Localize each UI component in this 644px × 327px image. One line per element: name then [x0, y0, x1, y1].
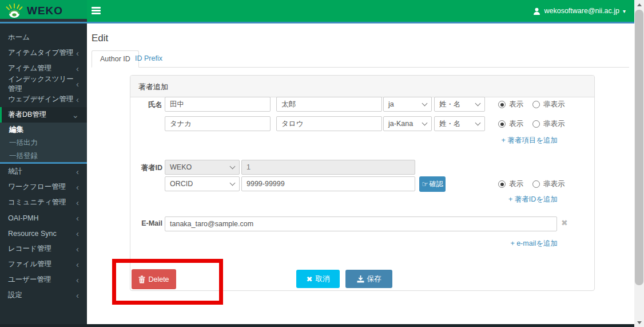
firstname-input-2[interactable]: [276, 116, 382, 131]
chevron-left-icon: ‹: [76, 66, 79, 72]
authorid-value-input-2[interactable]: [241, 176, 415, 191]
name-format-select-1[interactable]: 姓・名: [434, 97, 485, 112]
delete-button[interactable]: Delete: [132, 269, 176, 289]
chevron-left-icon: ‹: [76, 200, 79, 206]
email-label: E-Mail: [130, 219, 162, 227]
chevron-left-icon: ‹: [76, 169, 79, 175]
cancel-button[interactable]: ✖ 取消: [296, 270, 340, 288]
remove-authorid-row-icon[interactable]: ✖: [544, 179, 551, 188]
logo-text: WEKO: [27, 5, 63, 17]
close-icon: ✖: [307, 275, 313, 283]
sidebar-subitem-edit[interactable]: 編集: [0, 123, 87, 136]
scrollbar-down-arrow[interactable]: [634, 318, 644, 327]
trash-icon: [138, 275, 145, 283]
authorid-scheme-select-2[interactable]: ORCID: [165, 176, 240, 191]
name-format-select-2[interactable]: 姓・名: [434, 116, 485, 131]
radio-hide[interactable]: [532, 101, 540, 108]
add-name-item-link[interactable]: + 著者項目を追加: [501, 136, 558, 145]
sidebar-item-oai-pmh[interactable]: OAI-PMH ‹: [0, 210, 87, 226]
add-authorid-link[interactable]: + 著者IDを追加: [508, 195, 558, 204]
chevron-left-icon: ‹: [76, 50, 79, 56]
caret-down-icon: ▾: [623, 8, 626, 14]
radio-show[interactable]: [498, 101, 506, 108]
select-chevron-icon: [422, 100, 428, 106]
sidebar-item-statistics[interactable]: 統計 ‹: [0, 164, 87, 179]
sidebar-item-webdesign-mgmt[interactable]: ウェブデザイン管理 ‹: [0, 92, 87, 107]
sidebar-item-community-mgmt[interactable]: コミュニティ管理 ‹: [0, 195, 87, 210]
chevron-left-icon: ‹: [76, 293, 79, 298]
chevron-left-icon: ‹: [76, 97, 79, 103]
scrollbar-thumb[interactable]: [635, 10, 643, 285]
user-email: wekosoftware@nii.ac.jp: [544, 7, 619, 15]
add-email-link[interactable]: + e-mailを追加: [510, 239, 558, 249]
sidebar-item-indextree-mgmt[interactable]: インデックスツリー管理 ‹: [0, 76, 87, 92]
name-label: 氏名: [130, 100, 162, 110]
sidebar-item-file-mgmt[interactable]: ファイル管理 ‹: [0, 257, 87, 272]
sidebar-item-user-mgmt[interactable]: ユーザー管理 ‹: [0, 272, 87, 287]
user-menu[interactable]: wekosoftware@nii.ac.jp ▾: [530, 0, 629, 22]
remove-name-row-icon[interactable]: ✖: [544, 119, 551, 128]
sidebar-item-itemtype-mgmt[interactable]: アイテムタイプ管理 ‹: [0, 45, 87, 61]
sidebar-item-authordb-mgmt[interactable]: 著者DB管理 ⌄: [0, 107, 87, 123]
remove-name-row-icon[interactable]: ✖: [544, 99, 551, 108]
confirm-button[interactable]: ☞ 確認: [419, 176, 446, 192]
scrollbar-up-arrow[interactable]: [634, 0, 644, 9]
sidebar-item-resource-sync[interactable]: Resource Sync ‹: [0, 226, 87, 241]
lastname-input-2[interactable]: [165, 116, 271, 131]
user-icon: [533, 7, 540, 15]
save-download-icon: [357, 275, 364, 283]
select-chevron-icon: [422, 120, 428, 125]
select-chevron-icon: [475, 100, 481, 106]
firstname-input-1[interactable]: [276, 97, 382, 112]
authorid-scheme-select-1: WEKO: [165, 160, 240, 175]
hand-pointer-icon: ☞: [422, 180, 428, 188]
tab-id-prefix[interactable]: ID Prefix: [127, 50, 170, 68]
select-chevron-icon: [475, 120, 481, 125]
sidebar-toggle-button[interactable]: [92, 6, 102, 15]
lastname-input-1[interactable]: [165, 97, 271, 112]
name-lang-select-1[interactable]: ja: [383, 97, 432, 112]
main-content: Edit Author ID ID Prefix 著者追加 氏名 ja 姓・名 …: [87, 23, 634, 325]
chevron-left-icon: ‹: [76, 184, 79, 190]
name-lang-select-2[interactable]: ja-Kana: [383, 116, 432, 131]
sidebar-item-workflow-mgmt[interactable]: ワークフロー管理 ‹: [0, 179, 87, 195]
chevron-down-icon: ⌄: [71, 112, 79, 118]
authorid-label: 著者ID: [130, 163, 162, 173]
name-display-radios-1: 表示 非表示: [498, 100, 565, 109]
sidebar-item-record-mgmt[interactable]: レコード管理 ‹: [0, 241, 87, 257]
footer-edge: [0, 324, 634, 327]
weko-admin-page: WEKO wekosoftware@nii.ac.jp ▾ ホーム アイテムタイ…: [0, 0, 644, 327]
email-input[interactable]: [165, 216, 557, 231]
radio-show[interactable]: [498, 180, 506, 188]
chevron-left-icon: ‹: [76, 81, 79, 87]
sidebar-subitem-export[interactable]: 一括出力: [0, 136, 87, 149]
authordb-submenu: 編集 一括出力 一括登録: [0, 123, 87, 164]
authorid-display-radios: 表示 非表示: [498, 179, 565, 189]
save-button[interactable]: 保存: [345, 270, 392, 288]
remove-email-icon[interactable]: ✖: [561, 218, 568, 227]
author-add-panel: 著者追加 氏名 ja 姓・名 表示 非表示 ✖ ja-Kana: [130, 75, 595, 291]
page-scrollbar[interactable]: [634, 0, 644, 327]
panel-title: 著者追加: [130, 76, 594, 97]
page-title: Edit: [92, 33, 108, 44]
radio-hide[interactable]: [532, 120, 540, 128]
chevron-left-icon: ‹: [76, 277, 79, 283]
tab-bar: Author ID ID Prefix: [92, 50, 629, 68]
name-display-radios-2: 表示 非表示: [498, 119, 565, 129]
sidebar-item-settings[interactable]: 設定 ‹: [0, 287, 87, 303]
chevron-left-icon: ‹: [76, 231, 79, 237]
sidebar-subitem-import[interactable]: 一括登録: [0, 149, 87, 162]
radio-hide[interactable]: [532, 180, 540, 188]
sidebar-item-home[interactable]: ホーム: [0, 30, 87, 45]
select-chevron-icon: [230, 163, 236, 169]
sidebar-nav: ホーム アイテムタイプ管理 ‹ アイテム管理 ‹ インデックスツリー管理 ‹ ウ…: [0, 23, 87, 325]
select-chevron-icon: [230, 180, 236, 186]
chevron-left-icon: ‹: [76, 262, 79, 267]
radio-show[interactable]: [498, 120, 506, 128]
chevron-left-icon: ‹: [76, 215, 79, 221]
chevron-left-icon: ‹: [76, 246, 79, 252]
weko-logo-icon: [6, 3, 23, 18]
authorid-value-input-1: [241, 160, 415, 175]
